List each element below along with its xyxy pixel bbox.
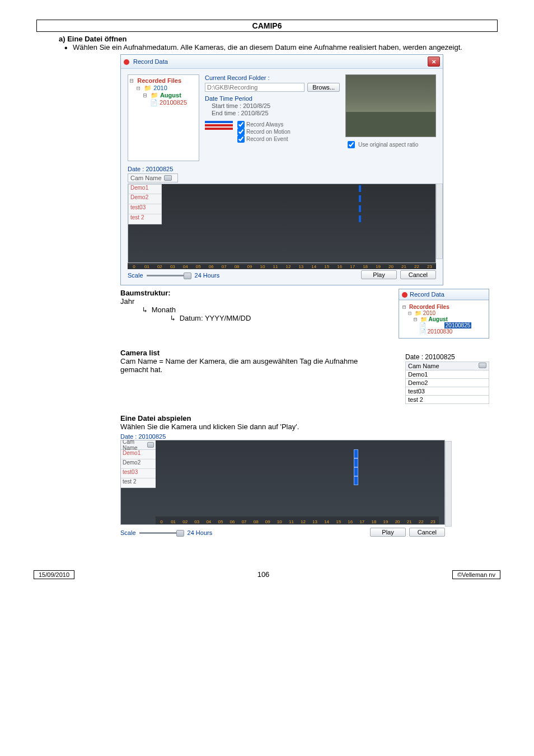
table-row[interactable]: test03 xyxy=(406,387,489,396)
baum-heading: Baumstruktur: xyxy=(120,289,387,297)
lbl-event: Record on Event xyxy=(246,136,288,142)
record-icon xyxy=(124,59,129,65)
section-a-bullet: Wählen Sie ein Aufnahmedatum. Alle Kamer… xyxy=(73,43,489,51)
scale-label: Scale xyxy=(120,529,136,536)
cam-header: Cam Name xyxy=(128,173,178,182)
cb-motion[interactable] xyxy=(237,128,245,135)
current-folder-label: Current Record Folder : xyxy=(205,74,340,81)
play-button[interactable]: Play xyxy=(370,528,405,537)
col-resize-handle[interactable] xyxy=(479,363,486,368)
cam-row[interactable]: test03 xyxy=(128,204,162,214)
cb-aspect-ratio[interactable] xyxy=(348,141,355,148)
baum-l3: Datum: YYYY/MM/DD xyxy=(180,314,251,322)
cam-width-handle[interactable] xyxy=(164,175,172,181)
scale-label: Scale xyxy=(128,272,143,279)
cancel-button[interactable]: Cancel xyxy=(409,528,445,537)
scrollbar-vertical[interactable] xyxy=(445,441,452,527)
lbl-aspect-ratio: Use original aspect ratio xyxy=(358,142,418,148)
cam-row[interactable]: test 2 xyxy=(121,478,156,488)
tree-year: 2010 xyxy=(153,84,167,91)
dtp-label: Date Time Period xyxy=(205,95,252,102)
video-preview xyxy=(345,74,436,137)
hour-ruler: 0010203040506070809101112131415161718192… xyxy=(128,263,436,269)
scale-value: 24 Hours xyxy=(188,529,213,536)
cancel-button[interactable]: Cancel xyxy=(400,270,436,279)
baum-l2: Monath xyxy=(152,306,176,314)
cam-row[interactable]: Demo1 xyxy=(128,184,162,194)
timeline[interactable]: Demo1 Demo2 test03 test 2 00102030405060… xyxy=(128,184,436,269)
playback-body: Wählen Sie die Kamera und klicken Sie da… xyxy=(120,422,489,431)
dtp-start: Start time : 2010/8/25 xyxy=(205,102,340,109)
cam-row[interactable]: Demo2 xyxy=(128,194,162,204)
cam-row[interactable]: Demo1 xyxy=(121,450,156,459)
selected-date[interactable]: 20100825 xyxy=(444,322,472,328)
hour-ruler: 0010203040506070809101112131415161718192… xyxy=(156,516,439,524)
browse-button[interactable]: Brows... xyxy=(307,83,340,92)
close-icon[interactable]: ✕ xyxy=(428,57,440,67)
cb-always[interactable] xyxy=(237,121,245,128)
tl2-date: Date : 20100825 xyxy=(120,433,445,440)
page-footer: 15/09/2010 106 ©Velleman nv xyxy=(34,570,500,579)
scale-value: 24 Hours xyxy=(195,272,220,279)
small-title: Record Data xyxy=(410,291,444,298)
record-data-dialog: Record Data ✕ ⊟ Recorded Files ⊟ 📁 2010 … xyxy=(120,54,443,285)
tree-date: 20100825 xyxy=(160,99,187,106)
cam-width-handle[interactable] xyxy=(147,442,154,448)
cam-row[interactable]: test 2 xyxy=(128,214,162,224)
cam-table: Cam Name Demo1 Demo2 test03 test 2 xyxy=(405,361,489,404)
footer-copy: ©Velleman nv xyxy=(452,570,500,579)
tree-month: August xyxy=(160,92,181,98)
file-tree[interactable]: ⊟ Recorded Files ⊟ 📁 2010 ⊟ 📁 August 📄 2… xyxy=(128,74,199,161)
playback-heading: Eine Datei abspielen xyxy=(120,414,489,422)
cam-row[interactable]: Demo2 xyxy=(121,459,156,469)
baum-l1: Jahr xyxy=(120,297,387,306)
scale-slider[interactable] xyxy=(147,275,191,276)
play-button[interactable]: Play xyxy=(361,270,396,279)
timeline-playback: Date : 20100825 Cam Name Demo1 Demo2 tes… xyxy=(120,433,445,537)
page-header: CAMIP6 xyxy=(36,20,498,32)
folder-path-input[interactable] xyxy=(205,83,305,92)
scrollbar-vertical[interactable] xyxy=(436,184,443,259)
camlist-heading: Camera list xyxy=(120,349,383,357)
table-row[interactable]: test 2 xyxy=(406,396,489,404)
section-a-heading: a) Eine Datei öffnen xyxy=(59,35,489,43)
camlist-date: Date : 20100825 xyxy=(405,353,489,361)
lbl-always: Record Always xyxy=(246,121,283,128)
dialog-title: Record Data xyxy=(133,58,168,65)
dialog-titlebar: Record Data ✕ xyxy=(121,55,443,69)
table-row[interactable]: Demo1 xyxy=(406,370,489,379)
cam-row[interactable]: test03 xyxy=(121,469,156,478)
lbl-motion: Record on Motion xyxy=(246,129,291,135)
cb-event[interactable] xyxy=(237,135,245,143)
scale-slider[interactable] xyxy=(139,532,184,534)
camlist-body: Cam Name = Name der Kamera, die am ausge… xyxy=(120,357,383,374)
table-row[interactable]: Demo2 xyxy=(406,379,489,387)
date-line: Date : 20100825 xyxy=(128,166,436,172)
tree-root: Recorded Files xyxy=(137,77,181,84)
footer-date: 15/09/2010 xyxy=(34,570,74,579)
footer-page: 106 xyxy=(257,570,270,579)
folder-pane: Current Record Folder : Brows... Date Ti… xyxy=(205,74,340,161)
dtp-end: End time : 2010/8/25 xyxy=(205,110,340,116)
page-title: CAMIP6 xyxy=(252,21,282,30)
small-tree-dialog: Record Data ⊟ Recorded Files ⊟ 📁 2010 ⊟ … xyxy=(399,289,489,339)
